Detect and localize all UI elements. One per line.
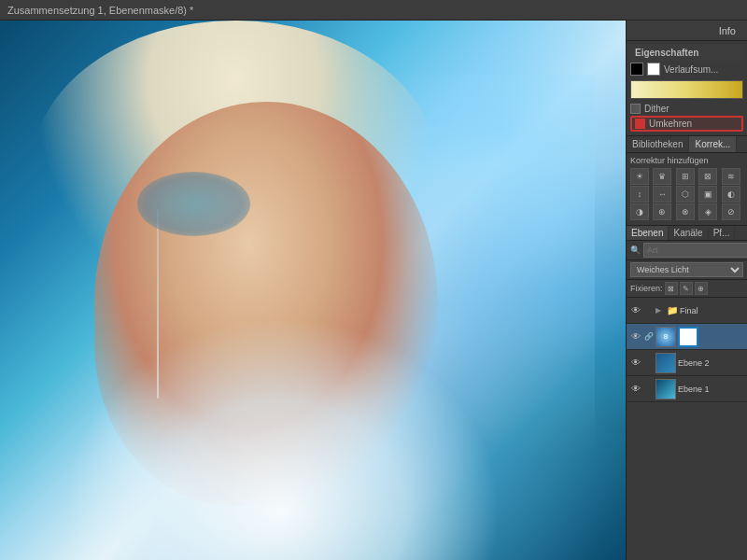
layer-mode-row: Weiches Licht [627, 260, 747, 280]
canvas-area[interactable] [0, 21, 626, 560]
eye-mask-hint [137, 172, 250, 236]
korrektur-icon-5[interactable]: ≋ [722, 168, 740, 185]
korrektur-icon-11[interactable]: ◑ [630, 203, 649, 220]
layer-name-final: Final [680, 306, 744, 315]
tab-kanaele[interactable]: Kanäle [669, 226, 708, 240]
title-bar: Zusammensetzung 1, Ebenenmaske/8) * [0, 0, 747, 21]
main-area: Info Eigenschaften Verlaufsum... Dither [0, 21, 747, 560]
layer-eye-ebene1[interactable]: 👁 [629, 383, 642, 396]
canvas-image [0, 21, 626, 560]
tab-bibliotheken[interactable]: Bibliotheken [627, 136, 689, 152]
bibliothen-tabs: Bibliotheken Korrek... [627, 136, 747, 153]
umkehren-row[interactable]: Umkehren [630, 116, 743, 132]
layer-thumb-ebene1 [655, 379, 676, 399]
verlauf-row: Verlaufsum... [630, 61, 743, 77]
folder-icon-final: 📁 [667, 305, 678, 315]
swatch-black[interactable] [630, 63, 643, 76]
layer-chain-ebene1 [644, 383, 654, 396]
korrektur-icon-7[interactable]: ↔ [653, 186, 671, 203]
layer-chain-adj: 🔗 [644, 330, 654, 343]
gradient-preview[interactable] [630, 80, 743, 99]
layer-thumb-ebene2 [655, 353, 676, 373]
tab-korrektur[interactable]: Korrek... [689, 136, 737, 152]
layer-item-final[interactable]: 👁 ▶ 📁 Final [627, 298, 747, 324]
layer-eye-final[interactable]: 👁 [629, 304, 642, 317]
layer-item-adjustment[interactable]: 👁 🔗 8 [627, 324, 747, 350]
swatch-white[interactable] [647, 63, 660, 76]
layer-mode-select[interactable]: Weiches Licht [630, 262, 743, 277]
group-arrow-final[interactable]: ▶ [655, 306, 665, 315]
layer-name-ebene1: Ebene 1 [678, 385, 744, 394]
dither-label: Dither [644, 104, 669, 114]
korrektur-icon-9[interactable]: ▣ [698, 186, 717, 203]
layer-list: 👁 ▶ 📁 Final 👁 🔗 8 👁 Eb [627, 298, 747, 560]
properties-title: Eigenschaften [635, 48, 698, 58]
korrektur-icon-6[interactable]: ↕ [630, 186, 649, 203]
layer-eye-ebene2[interactable]: 👁 [629, 357, 642, 370]
korrektur-icon-13[interactable]: ⊗ [676, 203, 695, 220]
top-info-bar: Info [627, 21, 747, 41]
korrektur-icon-8[interactable]: ⬡ [676, 186, 695, 203]
ebenen-tabs: Ebenen Kanäle Pf... [627, 226, 747, 241]
layer-thumb-adj: 8 [655, 327, 676, 347]
korrektur-icon-10[interactable]: ◐ [722, 186, 740, 203]
korrektur-title: Korrektur hinzufügen [630, 156, 743, 165]
layer-chain-ebene2 [644, 357, 654, 370]
fix-icon-1[interactable]: ⊠ [665, 282, 678, 295]
korrektur-icon-4[interactable]: ⊠ [698, 168, 717, 185]
layer-filter-input[interactable] [643, 243, 747, 258]
korrektur-icon-12[interactable]: ⊕ [653, 203, 671, 220]
korrektur-icon-3[interactable]: ⊞ [676, 168, 695, 185]
umkehren-checkbox[interactable] [635, 119, 645, 129]
document-title: Zusammensetzung 1, Ebenenmaske/8) * [7, 5, 193, 16]
fix-icon-2[interactable]: ✎ [680, 282, 693, 295]
layer-eye-adj[interactable]: 👁 [629, 330, 642, 343]
properties-section: Eigenschaften Verlaufsum... Dither Umkeh… [627, 41, 747, 136]
korrektur-icon-grid: ☀ ♛ ⊞ ⊠ ≋ ↕ ↔ ⬡ ▣ ◐ ◑ ⊕ ⊗ ◈ ⊘ [630, 168, 743, 220]
layer-filter-row: 🔍 ▼ [627, 241, 747, 260]
layer-mask-adj[interactable] [678, 327, 698, 347]
pearl-hint [157, 209, 159, 398]
fix-icon-3[interactable]: ⊕ [695, 282, 708, 295]
korrektur-icon-14[interactable]: ◈ [698, 203, 717, 220]
dither-row: Dither [630, 102, 743, 116]
dress-overlay [63, 317, 500, 560]
properties-header: Eigenschaften [630, 45, 743, 61]
dither-checkbox[interactable] [630, 104, 641, 114]
verlauf-label: Verlaufsum... [664, 64, 718, 75]
umkehren-label: Umkehren [649, 119, 692, 129]
tab-pf[interactable]: Pf... [709, 226, 736, 240]
fixieren-label: Fixieren: [630, 284, 663, 293]
korrektur-icon-2[interactable]: ♛ [653, 168, 671, 185]
fixieren-row: Fixieren: ⊠ ✎ ⊕ [627, 280, 747, 298]
korrektur-icon-1[interactable]: ☀ [630, 168, 649, 185]
layer-name-ebene2: Ebene 2 [678, 358, 744, 368]
info-tab[interactable]: Info [713, 23, 741, 38]
korrektur-section: Korrektur hinzufügen ☀ ♛ ⊞ ⊠ ≋ ↕ ↔ ⬡ ▣ ◐… [627, 153, 747, 226]
right-panel: Info Eigenschaften Verlaufsum... Dither [626, 21, 747, 560]
korrektur-icon-15[interactable]: ⊘ [722, 203, 740, 220]
layer-item-ebene1[interactable]: 👁 Ebene 1 [627, 376, 747, 402]
layer-chain-final [644, 304, 654, 317]
tab-ebenen[interactable]: Ebenen [627, 226, 669, 240]
layer-item-ebene2[interactable]: 👁 Ebene 2 [627, 350, 747, 376]
